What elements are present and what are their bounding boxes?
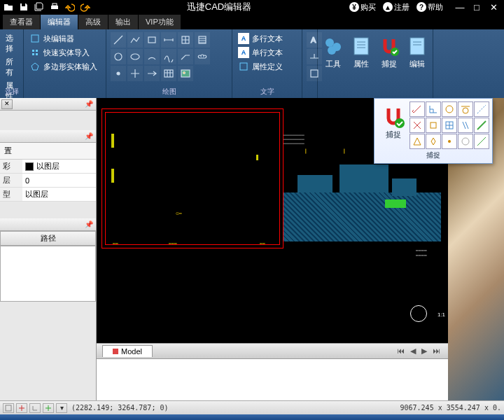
cad-object-left: ━━ ━━━ ━━ ⊙━: [105, 112, 280, 245]
sb-dropdown-icon[interactable]: ▾: [56, 403, 67, 413]
tab-vip[interactable]: VIP功能: [139, 15, 181, 29]
image-icon[interactable]: [178, 66, 193, 81]
point-icon[interactable]: [111, 66, 126, 81]
save-all-icon[interactable]: [34, 1, 45, 13]
tab-output[interactable]: 输出: [108, 15, 138, 29]
leader-icon[interactable]: [178, 49, 193, 64]
snap-center-icon[interactable]: [442, 102, 457, 117]
snap-parallel-icon[interactable]: [458, 118, 473, 133]
open-icon[interactable]: [3, 1, 14, 13]
snap-mid-icon[interactable]: [410, 134, 425, 149]
snap-tangent-icon[interactable]: [458, 102, 473, 117]
select-button[interactable]: 选择: [4, 32, 19, 55]
snap-perp-icon[interactable]: [426, 102, 441, 117]
hatch-icon[interactable]: [195, 32, 210, 48]
tab-first-icon[interactable]: ⏮: [395, 346, 407, 356]
group-label-draw: 绘图: [106, 87, 232, 97]
help-button[interactable]: ?帮助: [414, 2, 445, 13]
arc-icon[interactable]: [144, 49, 160, 64]
svg-point-13: [131, 54, 139, 59]
snap-nearest-icon[interactable]: [442, 134, 457, 149]
circle-icon[interactable]: [111, 49, 126, 64]
print-icon[interactable]: [49, 1, 60, 13]
attrdef-button[interactable]: 属性定义: [237, 60, 298, 73]
maximize-button[interactable]: □: [469, 1, 484, 13]
svg-rect-15: [164, 70, 173, 77]
svg-point-33: [462, 138, 469, 145]
snap-none-icon[interactable]: [458, 134, 473, 149]
app-title: 迅捷CAD编辑器: [91, 1, 347, 13]
system-taskbar[interactable]: [0, 414, 504, 420]
tab-editor[interactable]: 编辑器: [41, 15, 78, 29]
sb-polar-icon[interactable]: [43, 403, 54, 413]
rect-icon[interactable]: [144, 32, 160, 48]
undo-icon[interactable]: [64, 1, 76, 13]
snap-from-icon[interactable]: [474, 134, 489, 149]
line-icon[interactable]: [111, 32, 126, 48]
sheet-tag: [410, 305, 427, 322]
table-icon[interactable]: [161, 66, 176, 81]
ellipse-icon[interactable]: [127, 49, 143, 64]
snap-endpoint-icon[interactable]: [410, 102, 425, 117]
mtext-button[interactable]: A多行文本: [237, 32, 298, 45]
tab-advanced[interactable]: 高级: [78, 15, 108, 29]
sb-snap-icon[interactable]: [3, 403, 14, 413]
snap-button[interactable]: 捕捉: [375, 32, 403, 95]
snap-extension-icon[interactable]: [474, 102, 489, 117]
svg-point-28: [446, 106, 453, 113]
model-tab[interactable]: Model: [102, 345, 153, 357]
close-button[interactable]: ✕: [486, 1, 501, 13]
path-body[interactable]: [0, 246, 96, 302]
polyline-icon[interactable]: [127, 32, 143, 48]
register-button[interactable]: ▲注册: [381, 2, 412, 13]
snap-insert-icon[interactable]: [474, 118, 489, 133]
svg-point-12: [115, 53, 122, 60]
redo-icon[interactable]: [80, 1, 91, 13]
svg-rect-24: [354, 38, 368, 55]
select-all-button[interactable]: 所有: [4, 56, 19, 78]
edit-button[interactable]: 编辑: [403, 32, 431, 95]
snap-node-icon[interactable]: [426, 118, 441, 133]
statusbar: ▾ (2282.149; 3264.787; 0) 9067.245 x 355…: [0, 400, 504, 414]
panel-header: 📌: [0, 98, 96, 111]
block-editor-button[interactable]: 块编辑器: [28, 32, 102, 45]
fast-import-button[interactable]: 快速实体导入: [28, 46, 102, 59]
spline-icon[interactable]: [161, 49, 176, 64]
sb-grid-icon[interactable]: [16, 403, 27, 413]
tab-prev-icon[interactable]: ◀: [408, 346, 418, 356]
snap-midpoint-icon[interactable]: [442, 118, 457, 133]
prop-row-linetype[interactable]: 型以图层: [0, 188, 96, 202]
minimize-button[interactable]: —: [452, 1, 468, 13]
save-icon[interactable]: [18, 1, 29, 13]
cloud-icon[interactable]: [195, 49, 210, 64]
svg-point-29: [463, 108, 468, 113]
snap-quadrant-icon[interactable]: [426, 134, 441, 149]
cursor-coords: (2282.149; 3264.787; 0): [71, 404, 168, 412]
tab-next-icon[interactable]: ▶: [419, 346, 429, 356]
prop-row-color[interactable]: 彩以图层: [0, 160, 96, 174]
snap-toggle[interactable]: 捕捉: [377, 102, 410, 149]
property-button[interactable]: 属性: [347, 32, 375, 95]
pin3-icon[interactable]: 📌: [85, 220, 93, 228]
pin-icon[interactable]: 📌: [85, 100, 93, 108]
block-icon[interactable]: [178, 32, 193, 48]
buy-button[interactable]: ¥购买: [347, 2, 378, 13]
svg-point-21: [326, 38, 334, 47]
pin2-icon[interactable]: 📌: [85, 132, 93, 140]
panel-close-icon[interactable]: ✕: [1, 99, 13, 109]
text-button[interactable]: A单行文本: [237, 46, 298, 59]
snap-footer-label: 捕捉: [377, 149, 489, 160]
tab-viewer[interactable]: 查看器: [3, 15, 40, 29]
tab-last-icon[interactable]: ⏭: [430, 346, 442, 356]
ray-icon[interactable]: [144, 66, 160, 81]
axis-icon[interactable]: [127, 66, 143, 81]
drawing-extent: 9067.245 x 3554.247 x 0.: [400, 404, 502, 412]
prop-row-layer[interactable]: 层0: [0, 174, 96, 188]
dimension-icon[interactable]: [161, 32, 176, 48]
props-subheader: 📌: [0, 130, 96, 143]
poly-input-button[interactable]: 多边形实体输入: [28, 60, 102, 73]
command-line[interactable]: [97, 358, 448, 400]
tool-button[interactable]: 工具: [319, 32, 347, 95]
sb-ortho-icon[interactable]: [29, 403, 41, 413]
snap-intersection-icon[interactable]: [410, 118, 425, 133]
